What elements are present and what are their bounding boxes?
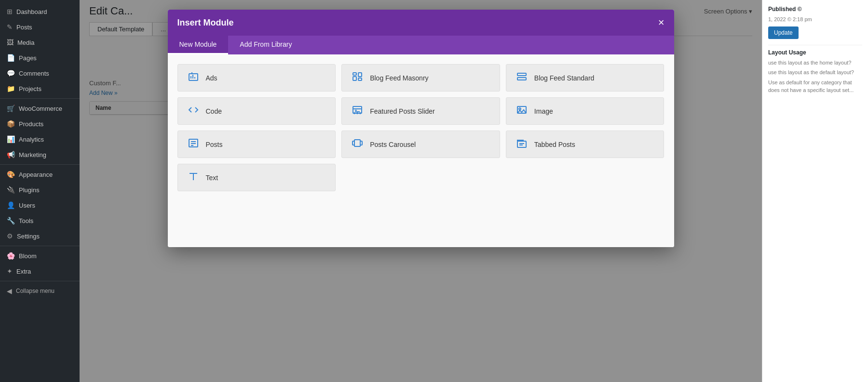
module-text[interactable]: Text: [177, 164, 336, 191]
analytics-icon: 📊: [7, 135, 15, 143]
tools-icon: 🔧: [7, 217, 15, 224]
module-blog-feed-masonry[interactable]: Blog Feed Masonry: [341, 64, 500, 92]
sidebar-item-settings[interactable]: ⚙ Settings: [0, 228, 80, 244]
tabbed-posts-icon: [515, 138, 529, 151]
svg-point-11: [360, 113, 361, 114]
main-area: Edit Ca... Screen Options ▾ Default Temp…: [80, 0, 762, 382]
ads-icon: [187, 71, 200, 84]
insert-module-modal: Insert Module × New Module Add From Libr…: [168, 10, 674, 247]
svg-rect-5: [517, 73, 526, 76]
module-grid: Ads Blog Feed Masonry: [177, 64, 665, 191]
svg-rect-2: [358, 73, 362, 77]
text-label: Text: [206, 174, 218, 182]
plugins-icon: 🔌: [7, 186, 15, 194]
image-label: Image: [534, 107, 553, 115]
text-icon: [187, 171, 200, 184]
projects-icon: 📁: [7, 85, 15, 92]
collapse-icon: ◀: [7, 287, 12, 295]
sidebar-item-tools[interactable]: 🔧 Tools: [0, 213, 80, 228]
tabbed-posts-label: Tabbed Posts: [534, 141, 575, 148]
sidebar-item-posts[interactable]: ✎ Posts: [0, 19, 80, 35]
featured-slider-icon: [351, 105, 364, 118]
module-featured-posts-slider[interactable]: Featured Posts Slider: [341, 97, 500, 125]
dashboard-icon: ⊞: [7, 8, 13, 15]
sidebar-item-products[interactable]: 📦 Products: [0, 116, 80, 132]
svg-point-12: [357, 113, 358, 114]
layout-usage-title: Layout Usage: [768, 49, 862, 56]
sidebar-item-analytics[interactable]: 📊 Analytics: [0, 132, 80, 147]
posts-carousel-label: Posts Carousel: [370, 141, 416, 148]
update-button[interactable]: Update: [768, 26, 799, 39]
publish-section: Published © 1, 2022 © 2:18 pm Update: [768, 6, 862, 39]
blog-masonry-icon: [351, 71, 364, 84]
woocommerce-icon: 🛒: [7, 105, 15, 112]
sidebar-item-comments[interactable]: 💬 Comments: [0, 66, 80, 81]
posts-label: Posts: [206, 141, 223, 148]
sidebar-item-woocommerce[interactable]: 🛒 WooCommerce: [0, 101, 80, 116]
module-tabbed-posts[interactable]: Tabbed Posts: [506, 131, 665, 158]
layout-usage-section: Layout Usage use this layout as the home…: [768, 49, 862, 94]
svg-rect-21: [353, 141, 354, 145]
modal-header: Insert Module ×: [168, 10, 674, 36]
sidebar-item-extra[interactable]: ✦ Extra: [0, 263, 80, 279]
modal-backdrop: Insert Module × New Module Add From Libr…: [80, 0, 762, 382]
modal-body: Ads Blog Feed Masonry: [168, 54, 674, 247]
code-icon: [187, 105, 200, 118]
tab-new-module[interactable]: New Module: [168, 36, 229, 54]
sidebar-item-appearance[interactable]: 🎨 Appearance: [0, 167, 80, 182]
svg-rect-3: [353, 77, 356, 80]
marketing-icon: 📢: [7, 151, 15, 158]
posts-carousel-icon: [351, 138, 364, 151]
code-label: Code: [206, 107, 222, 115]
module-code[interactable]: Code: [177, 97, 336, 125]
blog-masonry-label: Blog Feed Masonry: [370, 74, 428, 82]
products-icon: 📦: [7, 120, 15, 128]
module-ads[interactable]: Ads: [177, 64, 336, 92]
blog-standard-label: Blog Feed Standard: [534, 74, 595, 82]
image-icon: [515, 105, 529, 118]
modal-close-button[interactable]: ×: [658, 17, 665, 28]
published-label: Published ©: [768, 6, 862, 13]
module-image[interactable]: Image: [506, 97, 665, 125]
sidebar-item-media[interactable]: 🖼 Media: [0, 35, 80, 50]
users-icon: 👤: [7, 201, 15, 209]
bloom-icon: 🌸: [7, 252, 15, 260]
svg-rect-6: [517, 78, 526, 80]
svg-point-15: [519, 108, 521, 110]
module-posts[interactable]: Posts: [177, 131, 336, 158]
modal-tabs: New Module Add From Library: [168, 36, 674, 54]
sidebar-item-dashboard[interactable]: ⊞ Dashboard: [0, 4, 80, 19]
sidebar-item-users[interactable]: 👤 Users: [0, 198, 80, 213]
pages-icon: 📄: [7, 54, 15, 62]
sidebar-item-collapse[interactable]: ◀ Collapse menu: [0, 283, 80, 299]
sidebar-item-projects[interactable]: 📁 Projects: [0, 81, 80, 96]
home-layout-text: use this layout as the home layout?: [768, 59, 862, 67]
svg-point-13: [354, 113, 355, 114]
layout-description: Use as default for any category that doe…: [768, 79, 862, 94]
media-icon: 🖼: [7, 39, 14, 46]
svg-rect-23: [517, 141, 526, 147]
right-panel: Published © 1, 2022 © 2:18 pm Update Lay…: [762, 0, 868, 382]
module-posts-carousel[interactable]: Posts Carousel: [341, 131, 500, 158]
svg-rect-1: [353, 73, 356, 75]
settings-icon: ⚙: [7, 232, 13, 240]
sidebar-item-bloom[interactable]: 🌸 Bloom: [0, 248, 80, 263]
sidebar-item-pages[interactable]: 📄 Pages: [0, 50, 80, 66]
sidebar-item-plugins[interactable]: 🔌 Plugins: [0, 182, 80, 198]
publish-date: 1, 2022 © 2:18 pm: [768, 15, 862, 24]
svg-rect-4: [358, 78, 362, 80]
sidebar: ⊞ Dashboard ✎ Posts 🖼 Media 📄 Pages 💬 Co…: [0, 0, 80, 382]
extra-icon: ✦: [7, 267, 13, 275]
modal-title: Insert Module: [177, 18, 234, 28]
svg-rect-22: [360, 141, 362, 145]
comments-icon: 💬: [7, 69, 15, 77]
default-layout-text: use this layout as the default layout?: [768, 68, 862, 77]
posts-module-icon: [187, 138, 200, 151]
ads-label: Ads: [206, 74, 217, 82]
svg-rect-20: [354, 140, 360, 146]
sidebar-item-marketing[interactable]: 📢 Marketing: [0, 147, 80, 162]
posts-icon: ✎: [7, 23, 13, 31]
module-blog-feed-standard[interactable]: Blog Feed Standard: [506, 64, 665, 92]
appearance-icon: 🎨: [7, 171, 15, 178]
tab-add-from-library[interactable]: Add From Library: [228, 36, 303, 54]
